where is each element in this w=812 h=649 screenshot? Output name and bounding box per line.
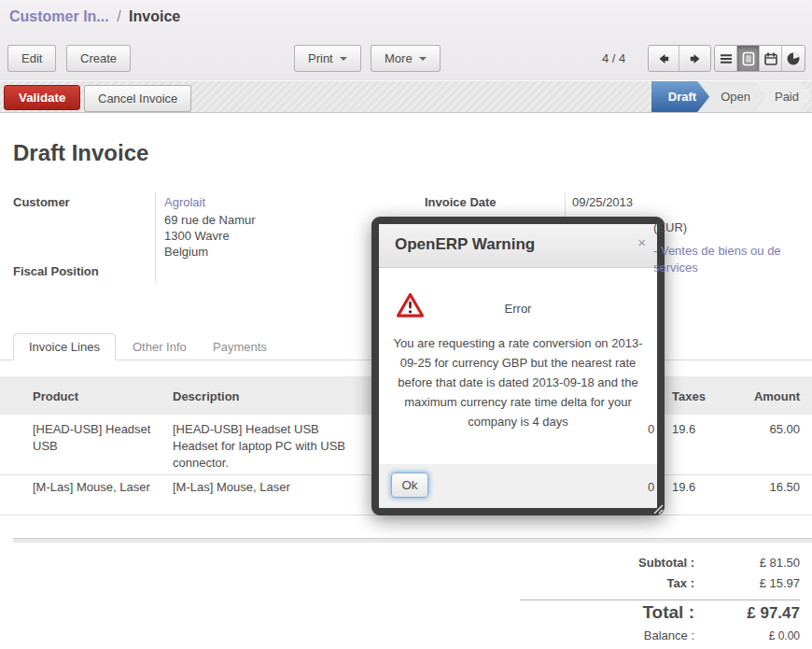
view-switcher — [714, 45, 805, 72]
list-view-button[interactable] — [715, 46, 737, 71]
invoice-date-value: 09/25/2013 — [572, 195, 633, 209]
print-dropdown-button[interactable]: Print — [294, 45, 361, 72]
column-taxes: Taxes — [672, 389, 706, 403]
status-steps: Draft Open Paid — [651, 81, 812, 112]
row-partial-value: 0 — [648, 421, 655, 438]
error-message: You are requesting a rate conversion on … — [392, 333, 644, 431]
close-icon[interactable]: × — [637, 235, 646, 249]
pie-chart-icon — [786, 51, 801, 66]
top-toolbar: Customer In... / Invoice Edit Create Pri… — [0, 0, 812, 80]
row-taxes: 19.6 — [672, 421, 695, 438]
create-button[interactable]: Create — [66, 45, 131, 72]
row-amount: 16.50 — [716, 479, 800, 496]
invoice-totals: Subtotal : £ 81.50 Tax : £ 15.97 Total :… — [520, 556, 800, 647]
calendar-icon — [763, 51, 778, 66]
row-product: [M-Las] Mouse, Laser — [33, 479, 173, 496]
status-step-open: Open — [700, 81, 763, 112]
next-record-button[interactable] — [679, 46, 710, 71]
form-view-button[interactable] — [737, 46, 760, 71]
arrow-right-icon — [688, 51, 703, 66]
cancel-invoice-button[interactable]: Cancel Invoice — [84, 85, 191, 112]
pager-counter: 4 / 4 — [602, 51, 625, 65]
total-value: £ 97.47 — [694, 604, 800, 623]
graph-view-button[interactable] — [782, 46, 805, 71]
balance-label: Balance : — [520, 628, 694, 642]
arrow-left-icon — [656, 51, 671, 66]
row-description: [M-Las] Mouse, Laser — [173, 479, 367, 496]
breadcrumb-customer-invoices[interactable]: Customer In... — [9, 8, 109, 24]
row-product: [HEAD-USB] Headset USB — [33, 421, 163, 455]
subtotal-label: Subtotal : — [520, 556, 694, 570]
tab-invoice-lines[interactable]: Invoice Lines — [13, 333, 116, 360]
chevron-down-icon — [419, 57, 427, 61]
more-label: More — [385, 51, 413, 65]
row-amount: 65.00 — [716, 421, 800, 438]
previous-record-button[interactable] — [649, 46, 679, 71]
breadcrumb-invoice: Invoice — [129, 8, 180, 24]
balance-value: £ 0.00 — [694, 629, 800, 642]
more-dropdown-button[interactable]: More — [371, 45, 441, 72]
edit-button[interactable]: Edit — [7, 45, 56, 72]
list-icon — [719, 51, 734, 66]
tab-other-info[interactable]: Other Info — [118, 333, 202, 360]
breadcrumb: Customer In... / Invoice — [9, 8, 180, 25]
dialog-footer: Ok — [379, 464, 657, 508]
row-taxes: 19.6 — [672, 479, 695, 496]
page-title: Draft Invoice — [13, 140, 148, 166]
error-heading: Error — [379, 302, 657, 316]
print-label: Print — [308, 51, 333, 65]
row-description: [HEAD-USB] Headset USB Headset for lapto… — [173, 421, 367, 472]
column-product: Product — [33, 389, 78, 403]
form-icon — [741, 51, 756, 66]
customer-label: Customer — [13, 195, 70, 209]
customer-link[interactable]: Agrolait — [164, 195, 205, 209]
invoice-form-page: Customer In... / Invoice Edit Create Pri… — [0, 0, 812, 649]
record-pager — [648, 45, 711, 72]
status-step-draft: Draft — [651, 81, 709, 112]
tab-payments[interactable]: Payments — [198, 333, 282, 360]
dialog-body: Error You are requesting a rate conversi… — [379, 268, 657, 464]
validate-button[interactable]: Validate — [4, 85, 80, 110]
section-separator — [13, 538, 812, 543]
tax-label: Tax : — [520, 576, 694, 590]
dialog-header[interactable]: OpenERP Warning × — [379, 224, 657, 268]
fiscal-position-label: Fiscal Position — [13, 264, 99, 278]
subtotal-value: £ 81.50 — [694, 556, 800, 570]
resize-grip-icon[interactable] — [651, 501, 664, 515]
row-partial-value: 0 — [648, 479, 655, 496]
warning-dialog: OpenERP Warning × Error You are requesti… — [371, 217, 665, 515]
field-separator — [155, 192, 156, 283]
breadcrumb-separator: / — [113, 8, 124, 24]
tax-value: £ 15.97 — [694, 576, 800, 590]
calendar-view-button[interactable] — [760, 46, 782, 71]
column-amount: Amount — [716, 389, 800, 403]
dialog-title: OpenERP Warning — [395, 235, 535, 254]
chevron-down-icon — [340, 57, 347, 61]
currency-fragment: (EUR) — [653, 220, 687, 234]
column-description: Description — [173, 389, 240, 403]
invoice-date-label: Invoice Date — [425, 195, 497, 209]
total-label: Total : — [520, 602, 694, 623]
form-statusbar: Validate Cancel Invoice Draft Open Paid — [0, 80, 812, 113]
journal-link-fragment[interactable]: - Ventes de biens ou de services — [653, 243, 795, 275]
ok-button[interactable]: Ok — [391, 473, 428, 498]
customer-address: 69 rue de Namur 1300 Wavre Belgium — [164, 212, 256, 260]
totals-divider — [520, 600, 800, 600]
